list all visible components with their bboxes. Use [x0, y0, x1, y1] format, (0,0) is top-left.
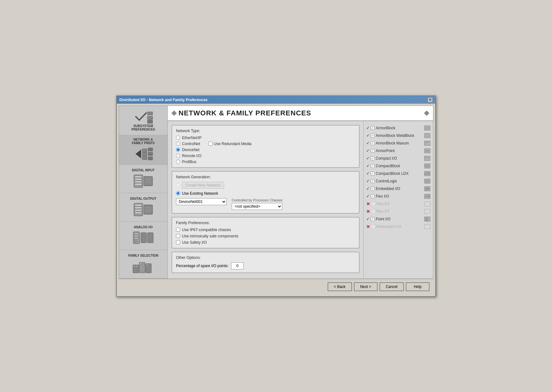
sidebar-item-subsystem[interactable]: SUBSYSTEMPREFERENCES [119, 106, 167, 135]
rp-flex-ex: ✕ ✓ Flex EX [366, 201, 430, 207]
weldblock-status: ✓ [366, 133, 369, 138]
close-button[interactable]: ✕ [428, 97, 433, 102]
create-new-network-btn[interactable]: Create New Network [176, 182, 355, 189]
svg-rect-9 [148, 157, 153, 160]
radio-ethernet[interactable]: EtherNet/IP [176, 136, 355, 140]
maxum-icon[interactable] [424, 141, 430, 146]
digital-output-icon [131, 202, 156, 217]
flex-io-icon[interactable] [424, 194, 430, 199]
svg-point-55 [428, 150, 429, 151]
network-select[interactable]: DeviceNet001 [176, 198, 227, 205]
rp-compactblock: ✓ ✓ CompactBlock [366, 163, 430, 169]
footer: < Back Next > Cancel Help [119, 279, 433, 294]
remote-io-label: Remote I/O [182, 154, 201, 158]
safety-io-checkbox-item[interactable]: Use Safety I/O [176, 240, 355, 245]
compactblock-ldx-checkbox[interactable]: ✓ [371, 172, 374, 175]
svg-rect-63 [425, 172, 426, 175]
use-existing-label: Use Existing Network [182, 191, 218, 196]
content-header: NETWORK & FAMILY PREFERENCES [168, 106, 433, 121]
spare-io-input[interactable] [231, 262, 244, 269]
point-io-checkbox[interactable]: ✓ [371, 217, 374, 221]
redundant-io-checkbox[interactable]: ✓ [371, 225, 375, 229]
devicenet-radio[interactable] [176, 148, 180, 152]
point-io-icon[interactable] [424, 217, 430, 222]
analog-svg: 0/∿ [132, 230, 154, 246]
ip67-checkbox[interactable] [176, 228, 180, 232]
analog-icon: 0/∿ [131, 230, 156, 246]
flex-xt-checkbox[interactable]: ✓ [371, 210, 375, 213]
digital-input-svg [132, 173, 154, 189]
processor-dropdown-group: Controlled by Processor Chassis: <not sp… [232, 198, 283, 210]
redundant-io-icon[interactable] [424, 224, 430, 229]
radio-profibus[interactable]: ProfiBus [176, 160, 355, 164]
controlnet-radio[interactable] [176, 142, 180, 146]
radio-remote-io[interactable]: Remote I/O [176, 154, 355, 158]
use-existing-radio[interactable] [176, 191, 180, 195]
flex-ex-icon[interactable] [424, 201, 430, 206]
back-button[interactable]: < Back [328, 282, 352, 291]
svg-rect-12 [135, 178, 142, 180]
weldblock-checkbox[interactable]: ✓ [371, 134, 374, 138]
form-area: Network Type: EtherNet/IP ControlNet [168, 121, 363, 279]
safety-io-checkbox[interactable] [176, 240, 180, 244]
embedded-io-icon[interactable] [424, 186, 430, 191]
sidebar-item-family[interactable]: FAMILY SELECTION [119, 250, 167, 279]
flex-io-checkbox[interactable]: ✓ [371, 194, 374, 198]
embedded-io-checkbox[interactable]: ✓ [371, 187, 374, 191]
compactblock-icon[interactable] [424, 163, 430, 168]
network-generation-section: Network Generation: Create New Network U… [172, 171, 360, 214]
flex-io-label: Flex I/O [376, 194, 423, 199]
weldblock-label: ArmorBlock WeldBlock [376, 133, 423, 138]
svg-rect-14 [135, 183, 142, 185]
redundant-io-label: Redundant I/O [376, 224, 423, 229]
controllogix-icon[interactable] [424, 179, 430, 184]
armorpoint-checkbox[interactable]: ✓ [371, 149, 374, 153]
help-button[interactable]: Help [406, 282, 430, 291]
ethernet-radio[interactable] [176, 136, 180, 140]
compactblock-ldx-icon[interactable] [424, 171, 430, 176]
compact-io-checkbox[interactable]: ✓ [371, 156, 374, 160]
sidebar-item-network[interactable]: NETWORK &FAMILY PREFS [119, 135, 167, 165]
sidebar-item-digital-input[interactable]: DIGITAL INPUT [119, 165, 167, 193]
spare-io-label: Percentage of spare I/O points: [176, 264, 229, 268]
other-options-row: Percentage of spare I/O points: [176, 262, 355, 269]
next-button[interactable]: Next > [354, 282, 378, 291]
sidebar-item-analog[interactable]: ANALOG I/O 0/∿ [119, 222, 167, 250]
sidebar-item-digital-output[interactable]: DIGITAL OUTPUT [119, 193, 167, 222]
create-network-radio[interactable] [176, 183, 180, 187]
svg-rect-1 [147, 116, 153, 119]
processor-select[interactable]: <not specified> [232, 203, 282, 210]
flex-xt-icon[interactable] [424, 209, 430, 214]
controlnet-label: ControlNet [182, 142, 200, 146]
armorblock-icon[interactable] [424, 126, 430, 131]
compactblock-checkbox[interactable]: ✓ [371, 164, 374, 168]
controllogix-checkbox[interactable]: ✓ [371, 179, 374, 183]
compact-io-status: ✓ [366, 156, 369, 161]
svg-rect-11 [135, 176, 142, 178]
profibus-radio[interactable] [176, 160, 180, 164]
rp-compact-io: ✓ ✓ Compact I/O [366, 155, 430, 162]
intrinsic-checkbox-item[interactable]: Use intrinsically safe components [176, 234, 355, 238]
right-panel: ✓ ✓ ArmorBlock ✓ ✓ ArmorBlock WeldBlock [363, 121, 433, 279]
svg-rect-2 [147, 120, 153, 123]
weldblock-icon[interactable] [424, 133, 430, 138]
svg-rect-29 [134, 233, 139, 235]
network-dropdown-group: DeviceNet001 [176, 198, 227, 205]
radio-devicenet[interactable]: DeviceNet [176, 148, 355, 152]
other-options-label: Other Options: [176, 255, 355, 260]
controllogix-status: ✓ [366, 179, 369, 183]
compact-io-icon[interactable] [424, 156, 430, 161]
rp-flex-io: ✓ ✓ Flex I/O [366, 193, 430, 199]
maxum-checkbox[interactable]: ✓ [371, 141, 374, 145]
svg-rect-71 [425, 187, 429, 190]
intrinsic-checkbox[interactable] [176, 234, 180, 238]
cancel-button[interactable]: Cancel [380, 282, 404, 291]
armorblock-checkbox[interactable]: ✓ [371, 126, 374, 130]
svg-rect-30 [134, 235, 139, 237]
flex-ex-checkbox[interactable]: ✓ [371, 202, 375, 206]
redundant-media-checkbox[interactable] [208, 142, 212, 146]
content-area: NETWORK & FAMILY PREFERENCES Network Typ… [168, 106, 433, 279]
armorpoint-icon[interactable] [424, 148, 430, 153]
remote-io-radio[interactable] [176, 154, 180, 158]
ip67-checkbox-item[interactable]: Use IP67-compatible chassis [176, 228, 355, 232]
